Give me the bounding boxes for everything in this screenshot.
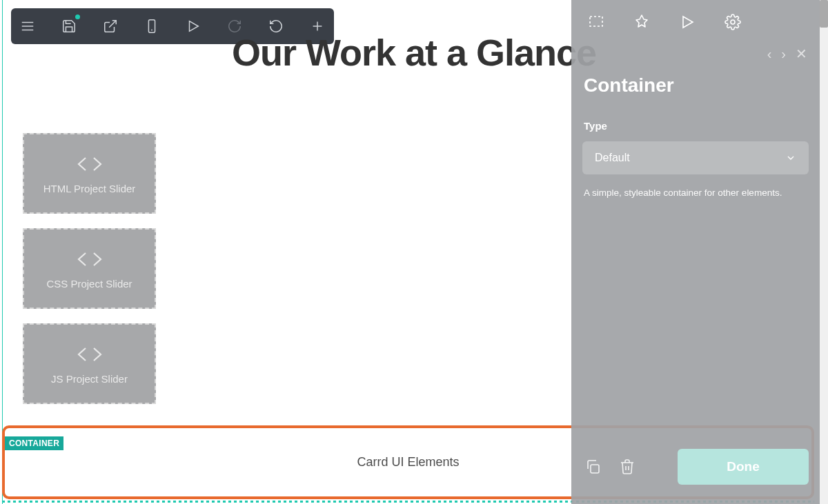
- unsaved-indicator-dot: [75, 14, 80, 19]
- selection-tag: CONTAINER: [5, 436, 63, 450]
- embed-element-css[interactable]: CSS Project Slider: [23, 228, 156, 309]
- svg-rect-12: [591, 465, 599, 473]
- tab-settings[interactable]: [723, 12, 742, 32]
- svg-marker-6: [190, 21, 199, 32]
- embed-element-js[interactable]: JS Project Slider: [23, 323, 156, 404]
- svg-line-3: [109, 21, 116, 28]
- scrollbar-track: [820, 0, 828, 504]
- svg-rect-9: [590, 17, 602, 26]
- panel-prev[interactable]: ‹: [767, 46, 772, 62]
- embed-element-stack: HTML Project Slider CSS Project Slider J…: [23, 133, 156, 404]
- type-select-value: Default: [595, 152, 630, 164]
- duplicate-icon: [584, 458, 601, 475]
- scrollbar-thumb[interactable]: [820, 0, 828, 28]
- panel-tabs: [582, 11, 809, 40]
- done-button-label: Done: [727, 459, 760, 474]
- done-button[interactable]: Done: [678, 449, 809, 485]
- tab-layout[interactable]: [586, 12, 606, 32]
- play-icon: [679, 14, 696, 30]
- code-icon: [73, 248, 106, 271]
- type-select[interactable]: Default: [582, 141, 809, 174]
- panel-actions: Done: [582, 449, 809, 485]
- delete-button[interactable]: [617, 456, 638, 477]
- selection-box-icon: [588, 14, 604, 30]
- embed-element-label: CSS Project Slider: [46, 278, 132, 290]
- tab-animate[interactable]: [678, 12, 697, 32]
- type-help-text: A simple, styleable container for other …: [582, 187, 809, 200]
- pin-icon: [633, 14, 650, 30]
- panel-title: Container: [582, 74, 809, 97]
- embed-element-label: JS Project Slider: [51, 373, 128, 385]
- gear-icon: [724, 14, 741, 30]
- code-icon: [73, 343, 106, 366]
- chevron-down-icon: [785, 152, 796, 163]
- tab-style[interactable]: [632, 12, 651, 32]
- field-label-type: Type: [582, 120, 809, 132]
- trash-icon: [619, 458, 635, 475]
- panel-close[interactable]: ✕: [796, 46, 807, 62]
- panel-nav: ‹ › ✕: [767, 46, 807, 62]
- embed-element-html[interactable]: HTML Project Slider: [23, 133, 156, 214]
- container-text: Carrd UI Elements: [357, 455, 459, 470]
- duplicate-button[interactable]: [582, 456, 603, 477]
- properties-panel: ‹ › ✕ Container Type Default A simple, s…: [571, 0, 820, 504]
- embed-element-label: HTML Project Slider: [43, 183, 136, 194]
- panel-next[interactable]: ›: [781, 46, 786, 62]
- code-icon: [73, 152, 106, 176]
- svg-marker-10: [683, 17, 693, 28]
- svg-point-11: [731, 20, 735, 24]
